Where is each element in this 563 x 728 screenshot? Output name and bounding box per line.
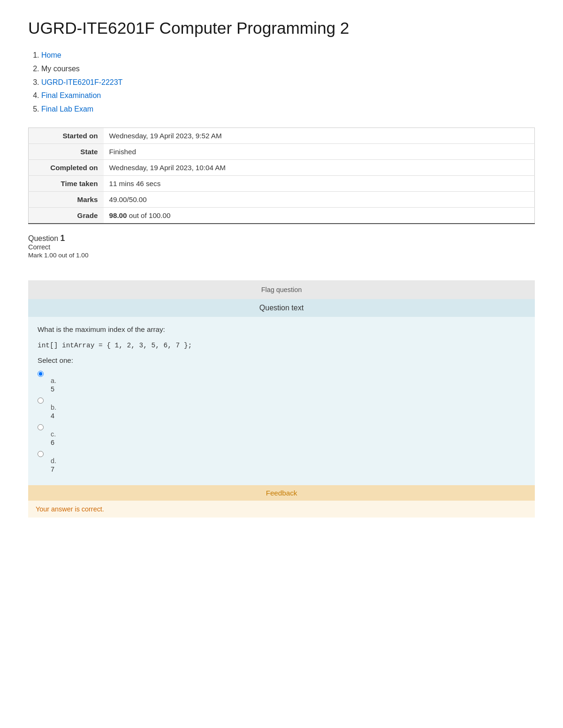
breadcrumb-item-final-lab-exam[interactable]: Final Lab Exam bbox=[41, 103, 535, 116]
grade-number: 98.00 bbox=[109, 211, 127, 219]
question-status: Correct bbox=[28, 243, 535, 251]
breadcrumb-link-course[interactable]: UGRD-ITE6201F-2223T bbox=[41, 78, 122, 86]
started-on-value: Wednesday, 19 April 2023, 9:52 AM bbox=[104, 128, 535, 143]
feedback-header: Feedback bbox=[28, 485, 535, 501]
completed-on-value: Wednesday, 19 April 2023, 10:04 AM bbox=[104, 159, 535, 175]
grade-label: Grade bbox=[29, 207, 104, 224]
flag-question-area[interactable]: Flag question bbox=[28, 280, 535, 299]
started-on-label: Started on bbox=[29, 128, 104, 143]
breadcrumb-item-course[interactable]: UGRD-ITE6201F-2223T bbox=[41, 76, 535, 90]
option-c[interactable]: c. 6 bbox=[38, 424, 525, 446]
info-row-marks: Marks 49.00/50.00 bbox=[29, 191, 535, 207]
breadcrumb-item-final-exam[interactable]: Final Examination bbox=[41, 89, 535, 103]
time-taken-label: Time taken bbox=[29, 175, 104, 191]
radio-option-c[interactable] bbox=[38, 424, 44, 430]
page-title: UGRD-ITE6201F Computer Programming 2 bbox=[28, 19, 535, 38]
option-a[interactable]: a. 5 bbox=[38, 371, 525, 393]
breadcrumb: Home My courses UGRD-ITE6201F-2223T Fina… bbox=[28, 49, 535, 116]
feedback-section: Feedback Your answer is correct. bbox=[28, 485, 535, 518]
question-text-line2: int[] intArray = { 1, 2, 3, 5, 6, 7 }; bbox=[38, 340, 525, 351]
breadcrumb-link-final-lab-exam[interactable]: Final Lab Exam bbox=[41, 105, 93, 113]
info-row-started-on: Started on Wednesday, 19 April 2023, 9:5… bbox=[29, 128, 535, 143]
radio-option-b[interactable] bbox=[38, 398, 44, 404]
question-text-header: Question text bbox=[28, 299, 535, 317]
option-c-value: 6 bbox=[51, 439, 525, 446]
breadcrumb-item-mycourses: My courses bbox=[41, 62, 535, 76]
breadcrumb-item-home[interactable]: Home bbox=[41, 49, 535, 62]
completed-on-label: Completed on bbox=[29, 159, 104, 175]
state-value: Finished bbox=[104, 143, 535, 159]
option-c-letter: c. bbox=[51, 430, 525, 438]
info-row-completed-on: Completed on Wednesday, 19 April 2023, 1… bbox=[29, 159, 535, 175]
option-b[interactable]: b. 4 bbox=[38, 398, 525, 420]
state-label: State bbox=[29, 143, 104, 159]
flag-question-label: Flag question bbox=[261, 286, 302, 293]
grade-suffix: out of 100.00 bbox=[127, 211, 171, 219]
feedback-body: Your answer is correct. bbox=[28, 501, 535, 518]
question-header: Question 1 Correct Mark 1.00 out of 1.00 bbox=[28, 233, 535, 259]
info-row-grade: Grade 98.00 out of 100.00 bbox=[29, 207, 535, 224]
option-a-value: 5 bbox=[51, 385, 525, 393]
question-number: Question 1 bbox=[28, 233, 535, 243]
option-a-letter: a. bbox=[51, 377, 525, 384]
marks-value: 49.00/50.00 bbox=[104, 191, 535, 207]
info-row-state: State Finished bbox=[29, 143, 535, 159]
question-body: What is the maximum index of the array: … bbox=[28, 317, 535, 485]
breadcrumb-link-home[interactable]: Home bbox=[41, 51, 61, 59]
exam-info-table: Started on Wednesday, 19 April 2023, 9:5… bbox=[28, 128, 535, 224]
option-b-letter: b. bbox=[51, 404, 525, 411]
option-d-letter: d. bbox=[51, 457, 525, 465]
breadcrumb-link-final-exam[interactable]: Final Examination bbox=[41, 91, 101, 99]
radio-option-d[interactable] bbox=[38, 451, 44, 457]
option-d-value: 7 bbox=[51, 465, 525, 473]
marks-label: Marks bbox=[29, 191, 104, 207]
question-text-line1: What is the maximum index of the array: bbox=[38, 324, 525, 335]
time-taken-value: 11 mins 46 secs bbox=[104, 175, 535, 191]
option-d[interactable]: d. 7 bbox=[38, 451, 525, 473]
option-b-value: 4 bbox=[51, 412, 525, 420]
radio-option-a[interactable] bbox=[38, 371, 44, 377]
question-mark: Mark 1.00 out of 1.00 bbox=[28, 252, 535, 259]
info-row-time-taken: Time taken 11 mins 46 secs bbox=[29, 175, 535, 191]
select-one-label: Select one: bbox=[38, 355, 525, 366]
code-snippet: int[] intArray = { 1, 2, 3, 5, 6, 7 }; bbox=[38, 342, 192, 349]
grade-value: 98.00 out of 100.00 bbox=[104, 207, 535, 224]
